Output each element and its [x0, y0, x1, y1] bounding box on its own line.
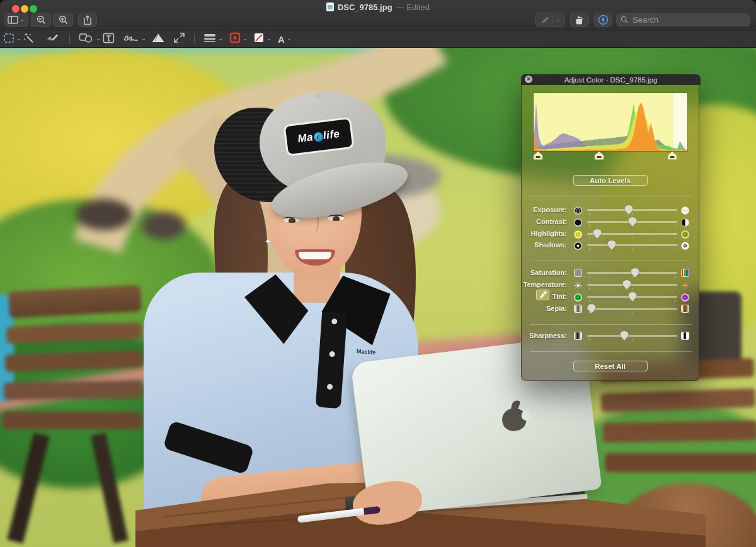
- panel-separator: [530, 261, 692, 261]
- slider-row-shadows: Shadows:: [522, 239, 700, 251]
- saturation-max-icon: [681, 269, 689, 277]
- sepia-min-icon: [574, 305, 582, 313]
- white-level-slider[interactable]: [667, 151, 677, 162]
- border-color-button[interactable]: ⌄: [229, 31, 248, 47]
- selection-rect-icon: [3, 33, 14, 46]
- search-field[interactable]: [616, 13, 750, 26]
- tint-slider[interactable]: [587, 291, 677, 303]
- cap-logo-text: life: [323, 128, 341, 142]
- sepia-label: Sepia:: [522, 303, 567, 315]
- temperature-slider[interactable]: [587, 279, 677, 291]
- shape-style-button[interactable]: ⌄: [203, 31, 223, 47]
- sketch-tool-button[interactable]: [47, 31, 59, 47]
- levels-slider-row: [534, 151, 687, 161]
- sign-tool-button[interactable]: ⌄: [123, 31, 146, 47]
- sidebar-view-button[interactable]: ⌄: [4, 13, 28, 27]
- contrast-min-icon: [574, 218, 582, 226]
- fill-color-button[interactable]: ⌄: [253, 31, 272, 47]
- tint-label: Tint:: [522, 291, 567, 303]
- mid-level-slider[interactable]: [594, 151, 604, 162]
- zoom-in-icon: [59, 15, 68, 25]
- shadows-min-icon: [574, 241, 582, 249]
- search-input[interactable]: [631, 14, 746, 25]
- window-title-edited: — Edited: [396, 3, 430, 12]
- adjust-size-tool-button[interactable]: [173, 31, 185, 47]
- histogram: [534, 93, 687, 151]
- chevron-down-icon: ⌄: [218, 35, 223, 42]
- window-titlebar: DSC_9785.jpg — Edited ⌄ ⌄: [0, 0, 756, 30]
- tint-max-icon: [681, 293, 689, 301]
- cap-logo-lens: c: [313, 132, 324, 142]
- chevron-down-icon: ⌄: [141, 35, 146, 42]
- cap-top-button: [315, 93, 323, 98]
- sharpness-label: Sharpness:: [522, 330, 567, 342]
- zoom-out-button[interactable]: [31, 13, 51, 27]
- chevron-down-icon: ⌄: [20, 16, 25, 23]
- text-box-icon: [103, 33, 115, 46]
- chevron-down-icon: ⌄: [555, 16, 560, 23]
- sharpness-slider-thumb[interactable]: [619, 330, 629, 344]
- black-level-slider[interactable]: [534, 151, 543, 162]
- window-title-filename: DSC_9785.jpg: [338, 3, 392, 12]
- button-divider: [552, 16, 553, 25]
- slider-row-highlights: Highlights:: [522, 228, 700, 240]
- shirt-button: [331, 319, 338, 325]
- slider-row-tint: Tint:: [522, 291, 700, 303]
- shadows-slider[interactable]: [587, 239, 677, 251]
- chevron-down-icon: ⌄: [16, 35, 21, 42]
- contrast-slider[interactable]: [587, 216, 677, 228]
- prism-icon: [151, 32, 165, 46]
- highlight-split-button[interactable]: ⌄: [535, 13, 565, 27]
- chevron-down-icon: ⌄: [96, 35, 101, 42]
- adjust-color-tool-button[interactable]: [151, 31, 165, 47]
- share-button[interactable]: [78, 13, 97, 27]
- selection-tool-button[interactable]: ⌄: [3, 31, 21, 47]
- slider-row-contrast: Contrast:: [522, 216, 700, 228]
- panel-close-button[interactable]: ✕: [525, 76, 532, 83]
- panel-titlebar[interactable]: ✕ Adjust Color - DSC_9785.jpg: [521, 74, 701, 85]
- exposure-slider[interactable]: [587, 204, 677, 216]
- auto-levels-button[interactable]: Auto Levels: [573, 175, 648, 186]
- sepia-slider-thumb[interactable]: [587, 303, 597, 317]
- slider-row-sepia: Sepia:: [522, 303, 700, 315]
- highlights-slider[interactable]: [587, 228, 677, 240]
- chevron-down-icon: ⌄: [287, 35, 292, 42]
- border-color-icon: [229, 32, 241, 46]
- document-icon: [326, 3, 334, 11]
- exposure-max-icon: [681, 206, 689, 214]
- zoom-in-button[interactable]: [53, 13, 73, 27]
- panel-separator: [530, 196, 692, 196]
- slider-row-exposure: Exposure:: [522, 204, 700, 216]
- sharpness-slider[interactable]: [587, 330, 677, 342]
- shirt-logo-text: Maclife: [357, 348, 376, 356]
- text-tool-button[interactable]: [103, 31, 115, 47]
- rotate-left-button[interactable]: [570, 13, 589, 27]
- highlighter-icon: [540, 16, 549, 24]
- tint-min-icon: [574, 293, 582, 301]
- window-title: DSC_9785.jpg — Edited: [0, 2, 756, 12]
- zoom-out-icon: [37, 15, 46, 25]
- highlights-label: Highlights:: [522, 228, 567, 240]
- sharpness-min-icon: [574, 332, 582, 340]
- shapes-tool-button[interactable]: ⌄: [79, 31, 101, 47]
- reset-all-button[interactable]: Reset All: [573, 361, 648, 371]
- markup-toolbar: ⌄ ⌄ ⌄ ⌄ ⌄: [0, 30, 756, 48]
- temperature-min-icon: [574, 281, 582, 289]
- instant-alpha-tool-button[interactable]: [23, 31, 35, 47]
- panel-separator: [530, 324, 692, 325]
- star-earring: ✦: [265, 237, 272, 246]
- woman-eye: [328, 215, 344, 221]
- apple-logo: [500, 400, 529, 432]
- text-style-icon: A: [278, 34, 285, 45]
- saturation-slider[interactable]: [587, 267, 677, 279]
- resize-arrows-icon: [173, 32, 185, 46]
- markup-pen-icon: [598, 14, 609, 25]
- shadows-slider-thumb[interactable]: [607, 240, 616, 253]
- sepia-slider[interactable]: [587, 303, 677, 315]
- text-style-button[interactable]: A ⌄: [278, 31, 292, 47]
- slider-row-sharpness: Sharpness:: [522, 330, 700, 342]
- fill-color-icon: [253, 32, 265, 46]
- saturation-label: Saturation:: [522, 267, 567, 279]
- markup-toolbar-toggle-button[interactable]: [594, 13, 612, 27]
- shadows-max-icon: [681, 241, 689, 249]
